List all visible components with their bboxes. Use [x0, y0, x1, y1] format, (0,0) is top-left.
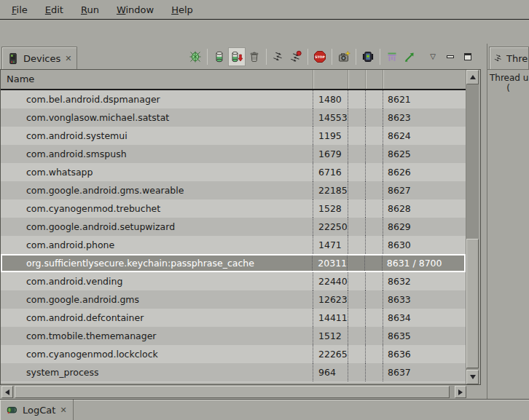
menu-edit[interactable]: Edit: [36, 1, 72, 17]
table-row[interactable]: com.android.smspush 1679 8625: [1, 145, 466, 163]
logcat-view: LogCat ✕: [0, 399, 529, 420]
scroll-right-button[interactable]: [455, 386, 466, 398]
process-col3: [348, 181, 365, 199]
table-row[interactable]: com.whatsapp 6716 8626: [1, 163, 466, 181]
table-row[interactable]: com.android.phone 1471 8630: [1, 236, 466, 254]
process-name: com.cyanogenmod.trebuchet: [1, 199, 313, 218]
process-col3: [348, 272, 365, 290]
process-pid: 22265: [313, 345, 348, 363]
process-name: com.cyanogenmod.lockclock: [1, 345, 313, 363]
tab-logcat-label: LogCat: [23, 405, 55, 416]
table-row[interactable]: com.android.vending 22440 8632: [1, 272, 466, 290]
process-col3: [347, 255, 364, 271]
horizontal-scroll-thumb[interactable]: [15, 386, 450, 398]
process-port: 8635: [383, 327, 466, 345]
maximize-icon[interactable]: [459, 47, 477, 66]
process-name: com.android.defcontainer: [1, 309, 313, 327]
process-col4: [365, 290, 383, 309]
table-row[interactable]: com.tmobile.thememanager 1512 8635: [1, 327, 466, 345]
table-row[interactable]: com.google.android.gms 12623 8633: [1, 290, 466, 309]
dump-hprof-icon[interactable]: [228, 47, 246, 66]
process-col4: [365, 163, 383, 181]
close-icon[interactable]: ✕: [65, 55, 71, 63]
table-row[interactable]: org.sufficientlysecure.keychain:passphra…: [1, 254, 466, 272]
toolbar-separator: [266, 49, 267, 65]
device-icon: [7, 52, 19, 65]
process-name: com.android.systemui: [1, 127, 313, 145]
minimize-icon[interactable]: [442, 47, 459, 66]
table-row[interactable]: com.android.defcontainer 14411 8634: [1, 309, 466, 327]
menu-run[interactable]: Run: [72, 1, 108, 17]
table-row[interactable]: com.bel.android.dspmanager 1480 8621: [1, 90, 466, 108]
cause-gc-icon[interactable]: [246, 47, 263, 66]
table-row[interactable]: com.cyanogenmod.lockclock 22265 8636: [1, 345, 466, 363]
menu-help[interactable]: Help: [162, 1, 202, 17]
vertical-scroll-thumb[interactable]: [466, 239, 479, 368]
forward-arrow-icon[interactable]: [401, 47, 418, 66]
column-header-3[interactable]: [348, 70, 365, 89]
horizontal-scrollbar[interactable]: [1, 386, 466, 398]
column-header-pid[interactable]: [313, 70, 348, 89]
process-port: 8630: [383, 236, 466, 254]
stop-process-icon[interactable]: STOP: [311, 47, 329, 66]
process-pid: 14553: [313, 108, 348, 127]
process-col3: [348, 363, 365, 381]
menu-window[interactable]: Window: [108, 1, 162, 17]
process-col4: [364, 255, 382, 271]
process-col3: [348, 108, 365, 127]
close-icon[interactable]: ✕: [60, 406, 66, 414]
table-body: com.bel.android.dspmanager 1480 8621 com…: [1, 90, 466, 383]
process-name: system_process: [1, 363, 313, 381]
process-col3: [348, 236, 365, 254]
process-name: com.tmobile.thememanager: [1, 327, 313, 345]
table-row[interactable]: system_process 964 8637: [1, 363, 466, 381]
table-row[interactable]: com.vonglasow.michael.satstat 14553 8623: [1, 108, 466, 127]
toolbar-separator: [380, 49, 380, 65]
scroll-up-button[interactable]: [466, 70, 479, 84]
start-method-profiling-icon[interactable]: [287, 47, 305, 66]
process-col4: [365, 127, 383, 145]
toolbar-separator: [332, 49, 332, 65]
tab-threads[interactable]: Threads: [489, 47, 529, 69]
table-row[interactable]: com.cyanogenmod.trebuchet 1528 8628: [1, 199, 466, 218]
process-col3: [348, 309, 365, 327]
vertical-scroll-track[interactable]: [466, 84, 479, 370]
screen-record-icon[interactable]: [359, 47, 377, 66]
menu-file[interactable]: File: [3, 1, 36, 17]
screen-capture-icon[interactable]: [335, 47, 353, 66]
scroll-down-button[interactable]: [466, 370, 479, 384]
process-name: com.google.android.gms.wearable: [1, 181, 313, 199]
process-pid: 1528: [313, 199, 348, 218]
allocation-tracker-icon[interactable]: [383, 47, 401, 66]
update-threads-icon[interactable]: [270, 47, 287, 66]
table-row[interactable]: com.google.android.setupwizard 22250 862…: [1, 218, 466, 236]
update-heap-icon[interactable]: [211, 47, 228, 66]
tab-devices[interactable]: Devices ✕: [1, 47, 77, 69]
process-col3: [348, 345, 365, 363]
process-col4: [365, 327, 383, 345]
process-pid: 1471: [313, 236, 348, 254]
column-header-name[interactable]: Name: [1, 70, 313, 89]
threads-message: Thread up (: [487, 69, 529, 399]
debug-icon[interactable]: [187, 47, 204, 66]
scroll-left-button[interactable]: [1, 386, 13, 398]
column-header-port[interactable]: [383, 70, 466, 89]
process-name: com.google.android.setupwizard: [1, 218, 313, 236]
threads-message-line2: (: [487, 83, 529, 93]
vertical-scrollbar[interactable]: [466, 70, 479, 384]
table-row[interactable]: com.android.systemui 1195 8624: [1, 127, 466, 145]
view-menu-icon[interactable]: ▽: [424, 47, 442, 66]
process-col4: [365, 90, 383, 108]
horizontal-scroll-area: [0, 385, 481, 399]
process-col3: [348, 90, 365, 108]
process-col3: [348, 218, 365, 236]
process-col3: [348, 199, 365, 218]
process-name: com.whatsapp: [1, 163, 313, 181]
tab-logcat[interactable]: LogCat ✕: [0, 400, 74, 420]
process-col4: [365, 363, 383, 381]
table-row[interactable]: com.google.android.gms.wearable 22185 86…: [1, 181, 466, 199]
process-col3: [348, 145, 365, 163]
process-col4: [365, 199, 383, 218]
column-header-4[interactable]: [365, 70, 383, 89]
panel-sash[interactable]: [481, 44, 487, 399]
